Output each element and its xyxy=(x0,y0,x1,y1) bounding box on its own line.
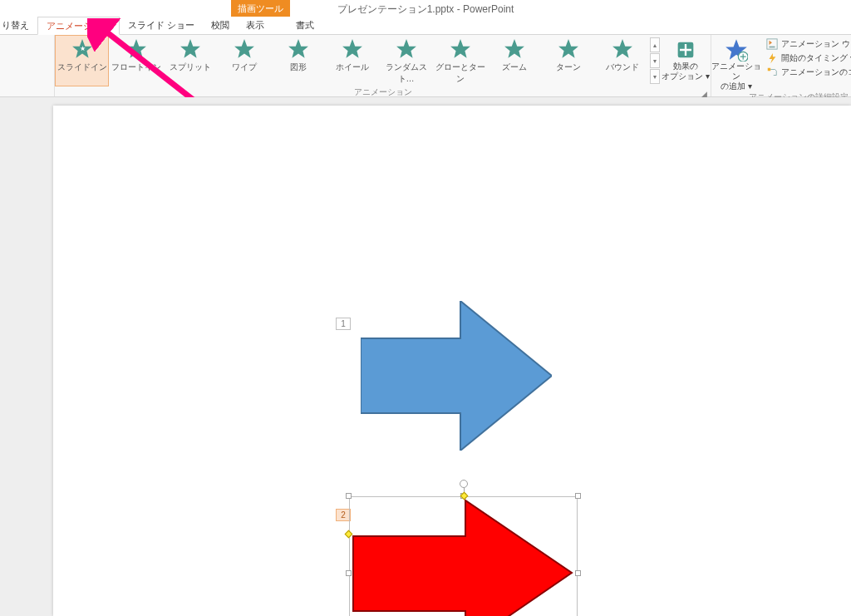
star-icon xyxy=(342,38,363,60)
svg-marker-10 xyxy=(558,39,578,58)
gallery-item-turn[interactable]: ターン xyxy=(541,35,595,86)
gallery-item-wipe[interactable]: ワイプ xyxy=(217,35,271,86)
star-icon xyxy=(612,38,633,60)
gallery-down-icon[interactable]: ▾ xyxy=(650,53,660,68)
gallery-item-slidein[interactable]: ★ スライドイン xyxy=(55,35,109,86)
svg-marker-5 xyxy=(288,39,308,58)
gallery-item-floatin[interactable]: フロートイン xyxy=(109,35,163,86)
gallery-item-growturn[interactable]: グローとターン xyxy=(433,35,487,86)
svg-marker-16 xyxy=(770,41,773,45)
svg-marker-3 xyxy=(180,39,200,58)
star-icon xyxy=(504,38,525,60)
ribbon: ★ スライドイン フロートイン スプリット ワイプ 図形 xyxy=(0,35,851,97)
gallery-more-icon[interactable]: ▾ xyxy=(650,69,660,84)
selection-box xyxy=(349,496,578,616)
animation-tag-1[interactable]: 1 xyxy=(336,318,351,330)
svg-text:★: ★ xyxy=(79,45,85,52)
svg-marker-9 xyxy=(504,39,524,58)
tab-review[interactable]: 校閲 xyxy=(203,17,238,34)
star-plus-icon xyxy=(725,38,748,62)
tab-view[interactable]: 表示 xyxy=(238,17,273,34)
svg-marker-11 xyxy=(612,39,632,58)
svg-marker-8 xyxy=(450,39,470,58)
svg-marker-2 xyxy=(126,39,146,58)
app-title: プレゼンテーション1.pptx - PowerPoint xyxy=(0,2,851,17)
painter-icon xyxy=(766,67,778,78)
gallery-item-shape[interactable]: 図形 xyxy=(271,35,325,86)
ribbon-tabs: り替え アニメーション スライド ショー 校閲 表示 書式 xyxy=(0,17,851,35)
star-icon xyxy=(125,38,147,60)
tab-transition[interactable]: り替え xyxy=(0,17,37,34)
star-icon xyxy=(288,38,309,60)
resize-handle[interactable] xyxy=(346,570,352,576)
shape-arrow-blue[interactable] xyxy=(361,301,552,451)
svg-marker-7 xyxy=(396,39,416,58)
svg-marker-4 xyxy=(234,39,254,58)
svg-marker-22 xyxy=(361,301,552,451)
title-bar: 描画ツール プレゼンテーション1.pptx - PowerPoint xyxy=(0,0,851,17)
star-icon xyxy=(396,38,417,60)
svg-marker-6 xyxy=(342,39,362,58)
trigger-button[interactable]: 開始のタイミング ▾ xyxy=(766,52,851,64)
lightning-icon xyxy=(766,52,778,64)
svg-marker-19 xyxy=(768,68,771,71)
star-icon xyxy=(558,38,579,60)
gallery-item-split[interactable]: スプリット xyxy=(163,35,217,86)
star-icon xyxy=(180,38,201,60)
star-icon xyxy=(450,38,471,60)
star-icon xyxy=(234,38,255,60)
effect-options-button[interactable]: 効果の オプション ▾ xyxy=(661,35,711,81)
shape-arrow-red-selected[interactable] xyxy=(349,496,578,616)
slide-workspace: 1 2 xyxy=(0,97,851,616)
animation-painter-button[interactable]: アニメーションのコピー/貼 xyxy=(766,67,851,78)
gallery-scroll: ▴ ▾ ▾ xyxy=(649,35,661,86)
gallery-up-icon[interactable]: ▴ xyxy=(650,37,660,52)
resize-handle[interactable] xyxy=(575,570,581,576)
star-icon: ★ xyxy=(71,38,93,60)
pane-icon xyxy=(766,38,778,50)
resize-handle[interactable] xyxy=(575,493,581,499)
group-animation-gallery: ★ スライドイン フロートイン スプリット ワイプ 図形 xyxy=(55,35,711,96)
tab-animation[interactable]: アニメーション xyxy=(37,17,120,35)
svg-rect-17 xyxy=(770,47,775,48)
rotate-handle[interactable] xyxy=(460,480,468,488)
group-advanced-animation: アニメーション の追加 ▾ アニメーション ウィンドウ 開始のタイミング ▾ ア… xyxy=(711,35,851,96)
animation-gallery: ★ スライドイン フロートイン スプリット ワイプ 図形 xyxy=(55,35,661,86)
gallery-item-wheel[interactable]: ホイール xyxy=(325,35,379,86)
tab-format[interactable]: 書式 xyxy=(288,17,322,34)
effect-options-icon xyxy=(674,38,697,62)
slide-canvas[interactable]: 1 2 xyxy=(53,106,851,616)
tab-slideshow[interactable]: スライド ショー xyxy=(120,17,203,34)
animation-pane-button[interactable]: アニメーション ウィンドウ xyxy=(766,38,851,50)
add-animation-button[interactable]: アニメーション の追加 ▾ xyxy=(711,35,761,91)
gallery-item-bounce[interactable]: バウンド xyxy=(595,35,649,86)
gallery-item-randombars[interactable]: ランダムスト… xyxy=(379,35,433,86)
svg-marker-18 xyxy=(770,53,776,63)
resize-handle[interactable] xyxy=(346,493,352,499)
gallery-item-zoom[interactable]: ズーム xyxy=(487,35,541,86)
